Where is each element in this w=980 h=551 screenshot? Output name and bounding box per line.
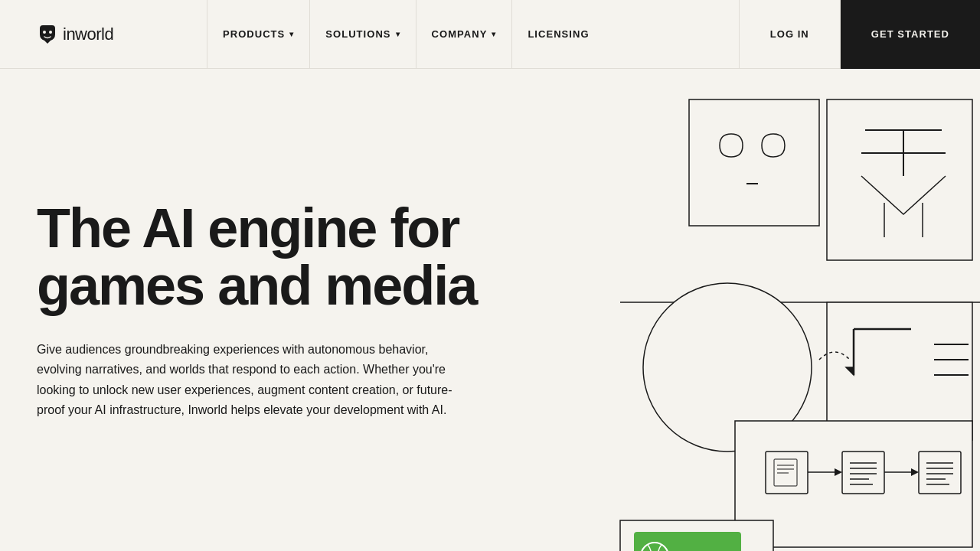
nav-company-label: COMPANY bbox=[432, 28, 488, 40]
nav-solutions-label: SOLUTIONS bbox=[325, 28, 390, 40]
nav-item-company[interactable]: COMPANY ▾ bbox=[416, 0, 513, 69]
nav-item-solutions[interactable]: SOLUTIONS ▾ bbox=[310, 0, 416, 69]
hero-illustration: XBOX bbox=[444, 69, 980, 551]
navigation: inworld PRODUCTS ▾ SOLUTIONS ▾ COMPANY ▾… bbox=[0, 0, 980, 69]
hero-description: Give audiences groundbreaking experience… bbox=[37, 340, 466, 421]
nav-links: PRODUCTS ▾ SOLUTIONS ▾ COMPANY ▾ LICENSI… bbox=[176, 0, 605, 69]
nav-item-licensing[interactable]: LICENSING bbox=[512, 0, 604, 69]
hero-section: The AI engine for games and media Give a… bbox=[0, 69, 980, 551]
login-button[interactable]: LOG IN bbox=[740, 0, 841, 69]
logo-icon bbox=[37, 25, 58, 44]
svg-rect-34 bbox=[919, 452, 961, 494]
hero-heading: The AI engine for games and media bbox=[37, 200, 498, 315]
svg-point-0 bbox=[43, 31, 46, 34]
logo-text: inworld bbox=[63, 24, 113, 44]
nav-item-products[interactable]: PRODUCTS ▾ bbox=[207, 0, 310, 69]
nav-right: LOG IN GET STARTED bbox=[739, 0, 980, 69]
nav-licensing-label: LICENSING bbox=[528, 28, 589, 40]
svg-point-1 bbox=[49, 31, 52, 34]
hero-content: The AI engine for games and media Give a… bbox=[0, 69, 498, 551]
logo-link[interactable]: inworld bbox=[37, 24, 113, 44]
nav-products-label: PRODUCTS bbox=[223, 28, 285, 40]
hero-illustration-area: XBOX bbox=[444, 69, 980, 551]
svg-rect-4 bbox=[827, 99, 972, 260]
chevron-down-icon: ▾ bbox=[492, 30, 496, 38]
chevron-down-icon: ▾ bbox=[289, 30, 294, 38]
svg-rect-2 bbox=[689, 99, 819, 226]
get-started-button[interactable]: GET STARTED bbox=[841, 0, 980, 69]
svg-rect-26 bbox=[842, 452, 884, 494]
svg-rect-12 bbox=[827, 302, 972, 440]
chevron-down-icon: ▾ bbox=[396, 30, 400, 38]
